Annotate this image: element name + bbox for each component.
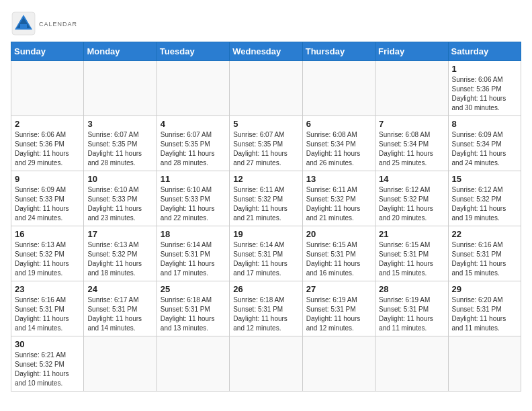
day-number: 9: [15, 174, 80, 184]
day-info: Sunrise: 6:17 AM Sunset: 5:31 PM Dayligh…: [87, 295, 152, 333]
calendar-cell: 19Sunrise: 6:14 AM Sunset: 5:31 PM Dayli…: [230, 226, 302, 281]
day-number: 26: [233, 284, 298, 294]
day-info: Sunrise: 6:06 AM Sunset: 5:36 PM Dayligh…: [452, 75, 517, 113]
day-info: Sunrise: 6:10 AM Sunset: 5:33 PM Dayligh…: [87, 185, 152, 223]
day-number: 20: [306, 229, 371, 239]
day-number: 24: [87, 284, 152, 294]
calendar-cell: 7Sunrise: 6:08 AM Sunset: 5:34 PM Daylig…: [375, 116, 448, 171]
calendar-cell: 24Sunrise: 6:17 AM Sunset: 5:31 PM Dayli…: [84, 281, 157, 336]
calendar-cell: 27Sunrise: 6:19 AM Sunset: 5:31 PM Dayli…: [302, 281, 375, 336]
calendar-cell: 13Sunrise: 6:11 AM Sunset: 5:32 PM Dayli…: [302, 171, 375, 226]
calendar-cell: 30Sunrise: 6:21 AM Sunset: 5:32 PM Dayli…: [11, 336, 84, 392]
weekday-header-tuesday: Tuesday: [157, 42, 229, 61]
day-number: 1: [452, 64, 517, 74]
calendar-cell: [11, 61, 84, 116]
day-number: 29: [452, 284, 517, 294]
day-info: Sunrise: 6:11 AM Sunset: 5:32 PM Dayligh…: [233, 185, 298, 223]
calendar-cell: 12Sunrise: 6:11 AM Sunset: 5:32 PM Dayli…: [230, 171, 302, 226]
day-info: Sunrise: 6:21 AM Sunset: 5:32 PM Dayligh…: [15, 351, 80, 388]
day-info: Sunrise: 6:18 AM Sunset: 5:31 PM Dayligh…: [233, 295, 298, 333]
day-info: Sunrise: 6:16 AM Sunset: 5:31 PM Dayligh…: [15, 295, 80, 333]
calendar-cell: [375, 61, 448, 116]
calendar-cell: 5Sunrise: 6:07 AM Sunset: 5:35 PM Daylig…: [230, 116, 302, 171]
day-number: 11: [161, 174, 226, 184]
calendar-cell: 22Sunrise: 6:16 AM Sunset: 5:31 PM Dayli…: [448, 226, 521, 281]
day-number: 27: [306, 284, 371, 294]
calendar-cell: [230, 61, 302, 116]
day-info: Sunrise: 6:10 AM Sunset: 5:33 PM Dayligh…: [161, 185, 226, 223]
day-number: 10: [87, 174, 152, 184]
day-info: Sunrise: 6:14 AM Sunset: 5:31 PM Dayligh…: [233, 240, 298, 278]
calendar-cell: 15Sunrise: 6:12 AM Sunset: 5:32 PM Dayli…: [448, 171, 521, 226]
day-number: 22: [452, 229, 517, 239]
calendar-cell: [230, 336, 302, 392]
calendar-cell: [157, 336, 229, 392]
day-number: 17: [87, 229, 152, 239]
calendar-table: SundayMondayTuesdayWednesdayThursdayFrid…: [11, 42, 521, 392]
calendar-cell: 20Sunrise: 6:15 AM Sunset: 5:31 PM Dayli…: [302, 226, 375, 281]
day-info: Sunrise: 6:15 AM Sunset: 5:31 PM Dayligh…: [379, 240, 444, 278]
calendar-cell: 23Sunrise: 6:16 AM Sunset: 5:31 PM Dayli…: [11, 281, 84, 336]
day-info: Sunrise: 6:07 AM Sunset: 5:35 PM Dayligh…: [87, 130, 152, 168]
day-number: 5: [233, 119, 298, 129]
header: CALENDAR: [11, 11, 521, 36]
day-info: Sunrise: 6:13 AM Sunset: 5:32 PM Dayligh…: [15, 240, 80, 278]
day-info: Sunrise: 6:07 AM Sunset: 5:35 PM Dayligh…: [161, 130, 226, 168]
calendar-cell: 17Sunrise: 6:13 AM Sunset: 5:32 PM Dayli…: [84, 226, 157, 281]
calendar-cell: [302, 336, 375, 392]
calendar-cell: 14Sunrise: 6:12 AM Sunset: 5:32 PM Dayli…: [375, 171, 448, 226]
day-number: 15: [452, 174, 517, 184]
calendar-cell: 2Sunrise: 6:06 AM Sunset: 5:36 PM Daylig…: [11, 116, 84, 171]
day-number: 28: [379, 284, 444, 294]
calendar-cell: 3Sunrise: 6:07 AM Sunset: 5:35 PM Daylig…: [84, 116, 157, 171]
logo: CALENDAR: [11, 11, 77, 36]
day-number: 13: [306, 174, 371, 184]
calendar-cell: [84, 336, 157, 392]
day-number: 18: [161, 229, 226, 239]
day-info: Sunrise: 6:08 AM Sunset: 5:34 PM Dayligh…: [379, 130, 444, 168]
weekday-header-saturday: Saturday: [448, 42, 521, 61]
day-info: Sunrise: 6:09 AM Sunset: 5:33 PM Dayligh…: [15, 185, 80, 223]
calendar-cell: 6Sunrise: 6:08 AM Sunset: 5:34 PM Daylig…: [302, 116, 375, 171]
day-info: Sunrise: 6:15 AM Sunset: 5:31 PM Dayligh…: [306, 240, 371, 278]
day-number: 4: [161, 119, 226, 129]
svg-rect-3: [20, 24, 27, 30]
calendar-cell: 25Sunrise: 6:18 AM Sunset: 5:31 PM Dayli…: [157, 281, 229, 336]
day-info: Sunrise: 6:12 AM Sunset: 5:32 PM Dayligh…: [452, 185, 517, 223]
day-number: 12: [233, 174, 298, 184]
day-number: 2: [15, 119, 80, 129]
day-info: Sunrise: 6:19 AM Sunset: 5:31 PM Dayligh…: [379, 295, 444, 333]
logo-icon: [11, 11, 36, 36]
day-number: 8: [452, 119, 517, 129]
day-number: 25: [161, 284, 226, 294]
calendar-cell: 16Sunrise: 6:13 AM Sunset: 5:32 PM Dayli…: [11, 226, 84, 281]
calendar-cell: 18Sunrise: 6:14 AM Sunset: 5:31 PM Dayli…: [157, 226, 229, 281]
day-info: Sunrise: 6:11 AM Sunset: 5:32 PM Dayligh…: [306, 185, 371, 223]
day-info: Sunrise: 6:09 AM Sunset: 5:34 PM Dayligh…: [452, 130, 517, 168]
day-info: Sunrise: 6:18 AM Sunset: 5:31 PM Dayligh…: [161, 295, 226, 333]
weekday-header-friday: Friday: [375, 42, 448, 61]
calendar-cell: [375, 336, 448, 392]
day-number: 30: [15, 339, 80, 349]
calendar-cell: 9Sunrise: 6:09 AM Sunset: 5:33 PM Daylig…: [11, 171, 84, 226]
day-info: Sunrise: 6:14 AM Sunset: 5:31 PM Dayligh…: [161, 240, 226, 278]
day-info: Sunrise: 6:20 AM Sunset: 5:31 PM Dayligh…: [452, 295, 517, 333]
day-info: Sunrise: 6:16 AM Sunset: 5:31 PM Dayligh…: [452, 240, 517, 278]
day-number: 21: [379, 229, 444, 239]
day-number: 16: [15, 229, 80, 239]
day-info: Sunrise: 6:19 AM Sunset: 5:31 PM Dayligh…: [306, 295, 371, 333]
day-number: 23: [15, 284, 80, 294]
calendar-cell: 26Sunrise: 6:18 AM Sunset: 5:31 PM Dayli…: [230, 281, 302, 336]
calendar-cell: 21Sunrise: 6:15 AM Sunset: 5:31 PM Dayli…: [375, 226, 448, 281]
calendar-cell: 29Sunrise: 6:20 AM Sunset: 5:31 PM Dayli…: [448, 281, 521, 336]
calendar-cell: [302, 61, 375, 116]
calendar-cell: 10Sunrise: 6:10 AM Sunset: 5:33 PM Dayli…: [84, 171, 157, 226]
calendar-cell: 8Sunrise: 6:09 AM Sunset: 5:34 PM Daylig…: [448, 116, 521, 171]
calendar-cell: 11Sunrise: 6:10 AM Sunset: 5:33 PM Dayli…: [157, 171, 229, 226]
weekday-header-thursday: Thursday: [302, 42, 375, 61]
day-info: Sunrise: 6:07 AM Sunset: 5:35 PM Dayligh…: [233, 130, 298, 168]
calendar-cell: 28Sunrise: 6:19 AM Sunset: 5:31 PM Dayli…: [375, 281, 448, 336]
day-number: 3: [87, 119, 152, 129]
weekday-header-monday: Monday: [84, 42, 157, 61]
day-number: 14: [379, 174, 444, 184]
